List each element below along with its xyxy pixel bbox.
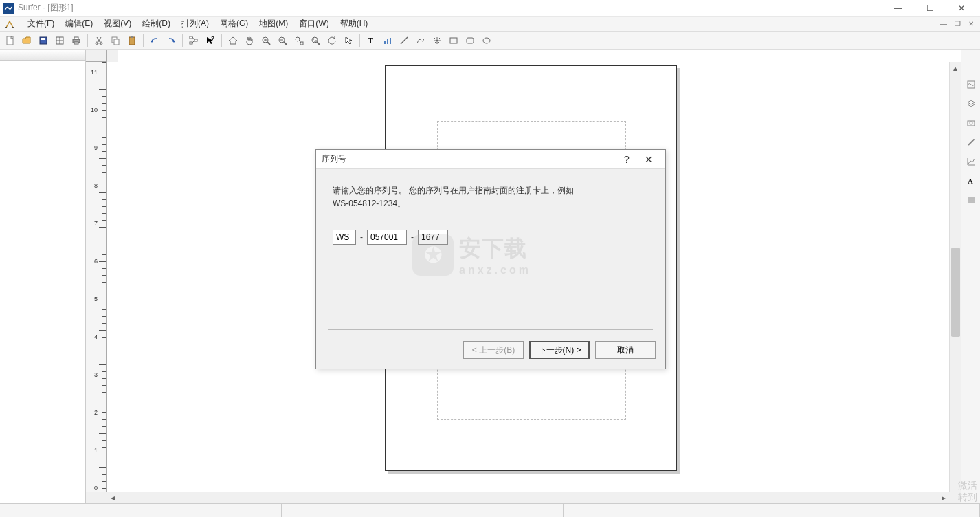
horizontal-scrollbar[interactable]: ◂ ▸ (86, 492, 961, 503)
dialog-instruction: 请输入您的序列号。 您的序列号在用户指南封面的注册卡上，例如 WS-054812… (333, 184, 649, 210)
svg-point-12 (100, 42, 102, 45)
svg-text:T: T (368, 36, 373, 45)
curve-icon[interactable] (413, 33, 428, 48)
serial-part1-input[interactable] (333, 230, 356, 245)
help-pointer-icon[interactable]: ? (203, 33, 218, 48)
svg-point-46 (483, 38, 490, 43)
chart-icon[interactable] (964, 154, 979, 169)
dialog-divider (328, 329, 653, 330)
paste-icon[interactable] (124, 33, 140, 48)
close-button[interactable]: ✕ (946, 1, 977, 16)
statusbar (0, 503, 980, 517)
pointer-icon[interactable] (341, 33, 356, 48)
right-toolbar: A (961, 50, 980, 503)
menu-item[interactable]: 帮助(H) (335, 17, 374, 30)
dialog-close-button[interactable]: ✕ (638, 152, 660, 167)
wand-icon[interactable] (964, 135, 979, 150)
cancel-button[interactable]: 取消 (595, 341, 656, 359)
svg-text:?: ? (211, 36, 214, 41)
print-icon[interactable] (69, 33, 84, 48)
save-file-icon[interactable] (36, 33, 51, 48)
panel-body (0, 60, 85, 503)
svg-line-33 (317, 42, 320, 45)
svg-rect-45 (467, 38, 474, 43)
grid-icon[interactable] (52, 33, 67, 48)
next-button[interactable]: 下一步(N) > (529, 341, 590, 359)
serial-part2-input[interactable] (367, 230, 407, 245)
graph-icon[interactable] (380, 33, 395, 48)
svg-point-49 (970, 122, 972, 124)
scroll-left-icon[interactable]: ◂ (107, 492, 118, 503)
zoom-fit-icon[interactable] (291, 33, 307, 48)
svg-point-31 (312, 37, 318, 43)
line-icon[interactable] (397, 33, 412, 48)
activation-hint: 激活 转到 (958, 480, 977, 503)
dialog-help-button[interactable]: ? (616, 152, 638, 167)
dialog-title: 序列号 (322, 153, 616, 165)
scroll-thumb[interactable] (951, 248, 960, 337)
object-panel (0, 50, 86, 503)
cut-icon[interactable] (91, 33, 107, 48)
menubar: 文件(F)编辑(E)视图(V)绘制(D)排列(A)网格(G)地图(M)窗口(W)… (0, 16, 980, 32)
roundrect-icon[interactable] (463, 33, 478, 48)
window-titlebar: Surfer - [图形1] — ☐ ✕ (0, 0, 980, 16)
svg-rect-44 (450, 38, 457, 43)
burst-icon[interactable] (430, 33, 445, 48)
serial-row: - - (333, 230, 649, 245)
menu-item[interactable]: 地图(M) (254, 17, 293, 30)
mdi-restore-button[interactable]: ❐ (951, 19, 964, 29)
svg-line-50 (968, 140, 974, 145)
svg-rect-35 (384, 41, 386, 44)
serial-separator: - (411, 232, 414, 242)
svg-rect-17 (190, 36, 192, 38)
text-icon[interactable]: T (364, 33, 379, 48)
open-file-icon[interactable] (19, 33, 34, 48)
home-icon[interactable] (225, 33, 241, 48)
more-icon[interactable] (964, 192, 979, 208)
copy-icon[interactable] (108, 33, 123, 48)
map-icon[interactable] (964, 77, 979, 92)
text-tool-icon[interactable]: A (964, 173, 979, 188)
menu-item[interactable]: 文件(F) (22, 17, 60, 30)
zoom-region-icon[interactable] (308, 33, 323, 48)
scroll-right-icon[interactable]: ▸ (937, 492, 949, 503)
rect-icon[interactable] (446, 33, 461, 48)
zoom-out-icon[interactable] (275, 33, 290, 48)
maximize-button[interactable]: ☐ (914, 1, 946, 16)
svg-rect-18 (190, 42, 192, 44)
menu-item[interactable]: 网格(G) (214, 17, 254, 30)
dialog-titlebar[interactable]: 序列号 ? ✕ (316, 150, 665, 169)
serial-part3-input[interactable] (418, 230, 448, 245)
redo-icon[interactable] (164, 33, 179, 48)
ellipse-icon[interactable] (479, 33, 494, 48)
tree-icon[interactable] (186, 33, 201, 48)
new-file-icon[interactable] (3, 33, 18, 48)
mdi-minimize-button[interactable]: — (937, 19, 950, 29)
mdi-close-button[interactable]: ✕ (965, 19, 977, 29)
ruler-corner (86, 50, 107, 62)
svg-rect-14 (114, 39, 119, 45)
menu-item[interactable]: 排列(A) (176, 17, 214, 30)
vertical-scrollbar[interactable]: ▴ (949, 62, 961, 492)
minimize-button[interactable]: — (882, 1, 914, 16)
app-icon (3, 3, 14, 14)
menu-item[interactable]: 绘制(D) (137, 17, 176, 30)
svg-text:A: A (968, 177, 973, 185)
menu-item[interactable]: 编辑(E) (60, 17, 98, 30)
camera-icon[interactable] (964, 116, 979, 131)
refresh-icon[interactable] (324, 33, 339, 48)
svg-rect-15 (129, 37, 135, 45)
zoom-in-icon[interactable] (258, 33, 274, 48)
menu-item[interactable]: 视图(V) (98, 17, 137, 30)
svg-point-11 (96, 42, 98, 45)
svg-rect-9 (74, 37, 78, 39)
hand-icon[interactable] (242, 33, 257, 48)
back-button: < 上一步(B) (463, 341, 524, 359)
svg-point-0 (5, 27, 7, 28)
svg-line-38 (401, 37, 408, 44)
svg-line-26 (284, 42, 287, 45)
serial-separator: - (360, 232, 363, 242)
undo-icon[interactable] (147, 33, 162, 48)
layers-icon[interactable] (964, 96, 979, 111)
menu-item[interactable]: 窗口(W) (293, 17, 334, 30)
